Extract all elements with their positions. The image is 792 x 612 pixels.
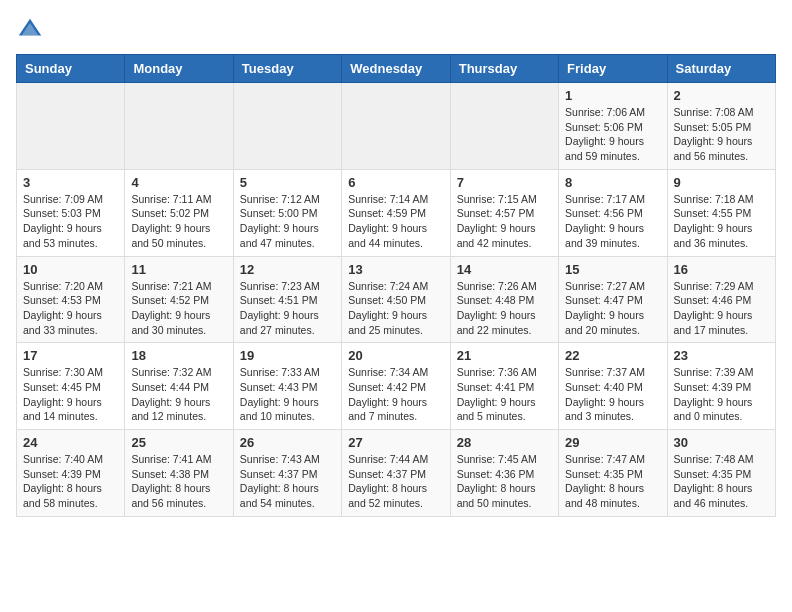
day-info: Sunrise: 7:11 AM Sunset: 5:02 PM Dayligh…: [131, 192, 226, 251]
calendar-cell: [233, 83, 341, 170]
day-info: Sunrise: 7:44 AM Sunset: 4:37 PM Dayligh…: [348, 452, 443, 511]
calendar-cell: 24Sunrise: 7:40 AM Sunset: 4:39 PM Dayli…: [17, 430, 125, 517]
weekday-header: Friday: [559, 55, 667, 83]
day-info: Sunrise: 7:34 AM Sunset: 4:42 PM Dayligh…: [348, 365, 443, 424]
day-info: Sunrise: 7:24 AM Sunset: 4:50 PM Dayligh…: [348, 279, 443, 338]
calendar-cell: 26Sunrise: 7:43 AM Sunset: 4:37 PM Dayli…: [233, 430, 341, 517]
calendar-cell: 12Sunrise: 7:23 AM Sunset: 4:51 PM Dayli…: [233, 256, 341, 343]
day-number: 3: [23, 175, 118, 190]
calendar-table: SundayMondayTuesdayWednesdayThursdayFrid…: [16, 54, 776, 517]
calendar-cell: 1Sunrise: 7:06 AM Sunset: 5:06 PM Daylig…: [559, 83, 667, 170]
day-info: Sunrise: 7:09 AM Sunset: 5:03 PM Dayligh…: [23, 192, 118, 251]
calendar-cell: 13Sunrise: 7:24 AM Sunset: 4:50 PM Dayli…: [342, 256, 450, 343]
calendar-cell: 4Sunrise: 7:11 AM Sunset: 5:02 PM Daylig…: [125, 169, 233, 256]
day-number: 19: [240, 348, 335, 363]
calendar-week-row: 10Sunrise: 7:20 AM Sunset: 4:53 PM Dayli…: [17, 256, 776, 343]
calendar-cell: 6Sunrise: 7:14 AM Sunset: 4:59 PM Daylig…: [342, 169, 450, 256]
day-info: Sunrise: 7:18 AM Sunset: 4:55 PM Dayligh…: [674, 192, 769, 251]
day-number: 14: [457, 262, 552, 277]
calendar-week-row: 3Sunrise: 7:09 AM Sunset: 5:03 PM Daylig…: [17, 169, 776, 256]
calendar-cell: 11Sunrise: 7:21 AM Sunset: 4:52 PM Dayli…: [125, 256, 233, 343]
calendar-cell: [342, 83, 450, 170]
day-number: 27: [348, 435, 443, 450]
weekday-header: Saturday: [667, 55, 775, 83]
page-header: [16, 16, 776, 44]
day-info: Sunrise: 7:43 AM Sunset: 4:37 PM Dayligh…: [240, 452, 335, 511]
day-info: Sunrise: 7:23 AM Sunset: 4:51 PM Dayligh…: [240, 279, 335, 338]
day-info: Sunrise: 7:33 AM Sunset: 4:43 PM Dayligh…: [240, 365, 335, 424]
day-info: Sunrise: 7:36 AM Sunset: 4:41 PM Dayligh…: [457, 365, 552, 424]
weekday-header: Monday: [125, 55, 233, 83]
day-number: 25: [131, 435, 226, 450]
day-number: 11: [131, 262, 226, 277]
day-number: 9: [674, 175, 769, 190]
day-number: 15: [565, 262, 660, 277]
logo: [16, 16, 48, 44]
day-number: 23: [674, 348, 769, 363]
calendar-week-row: 1Sunrise: 7:06 AM Sunset: 5:06 PM Daylig…: [17, 83, 776, 170]
day-info: Sunrise: 7:48 AM Sunset: 4:35 PM Dayligh…: [674, 452, 769, 511]
day-info: Sunrise: 7:14 AM Sunset: 4:59 PM Dayligh…: [348, 192, 443, 251]
calendar-cell: 27Sunrise: 7:44 AM Sunset: 4:37 PM Dayli…: [342, 430, 450, 517]
day-number: 5: [240, 175, 335, 190]
day-number: 26: [240, 435, 335, 450]
calendar-cell: 2Sunrise: 7:08 AM Sunset: 5:05 PM Daylig…: [667, 83, 775, 170]
calendar-cell: 23Sunrise: 7:39 AM Sunset: 4:39 PM Dayli…: [667, 343, 775, 430]
weekday-header: Sunday: [17, 55, 125, 83]
day-info: Sunrise: 7:20 AM Sunset: 4:53 PM Dayligh…: [23, 279, 118, 338]
day-info: Sunrise: 7:15 AM Sunset: 4:57 PM Dayligh…: [457, 192, 552, 251]
calendar-cell: 29Sunrise: 7:47 AM Sunset: 4:35 PM Dayli…: [559, 430, 667, 517]
day-number: 20: [348, 348, 443, 363]
calendar-cell: 28Sunrise: 7:45 AM Sunset: 4:36 PM Dayli…: [450, 430, 558, 517]
calendar-cell: 30Sunrise: 7:48 AM Sunset: 4:35 PM Dayli…: [667, 430, 775, 517]
calendar-cell: 17Sunrise: 7:30 AM Sunset: 4:45 PM Dayli…: [17, 343, 125, 430]
calendar-cell: [17, 83, 125, 170]
day-number: 8: [565, 175, 660, 190]
day-info: Sunrise: 7:29 AM Sunset: 4:46 PM Dayligh…: [674, 279, 769, 338]
calendar-cell: 15Sunrise: 7:27 AM Sunset: 4:47 PM Dayli…: [559, 256, 667, 343]
day-number: 22: [565, 348, 660, 363]
calendar-cell: 5Sunrise: 7:12 AM Sunset: 5:00 PM Daylig…: [233, 169, 341, 256]
calendar-cell: 8Sunrise: 7:17 AM Sunset: 4:56 PM Daylig…: [559, 169, 667, 256]
weekday-header: Tuesday: [233, 55, 341, 83]
day-info: Sunrise: 7:06 AM Sunset: 5:06 PM Dayligh…: [565, 105, 660, 164]
day-number: 2: [674, 88, 769, 103]
weekday-header: Wednesday: [342, 55, 450, 83]
calendar-cell: 21Sunrise: 7:36 AM Sunset: 4:41 PM Dayli…: [450, 343, 558, 430]
day-info: Sunrise: 7:39 AM Sunset: 4:39 PM Dayligh…: [674, 365, 769, 424]
calendar-cell: 3Sunrise: 7:09 AM Sunset: 5:03 PM Daylig…: [17, 169, 125, 256]
day-number: 30: [674, 435, 769, 450]
day-info: Sunrise: 7:41 AM Sunset: 4:38 PM Dayligh…: [131, 452, 226, 511]
day-info: Sunrise: 7:27 AM Sunset: 4:47 PM Dayligh…: [565, 279, 660, 338]
day-info: Sunrise: 7:08 AM Sunset: 5:05 PM Dayligh…: [674, 105, 769, 164]
day-number: 28: [457, 435, 552, 450]
day-info: Sunrise: 7:45 AM Sunset: 4:36 PM Dayligh…: [457, 452, 552, 511]
day-number: 12: [240, 262, 335, 277]
day-number: 4: [131, 175, 226, 190]
calendar-cell: 20Sunrise: 7:34 AM Sunset: 4:42 PM Dayli…: [342, 343, 450, 430]
calendar-cell: 14Sunrise: 7:26 AM Sunset: 4:48 PM Dayli…: [450, 256, 558, 343]
weekday-header: Thursday: [450, 55, 558, 83]
calendar-cell: 10Sunrise: 7:20 AM Sunset: 4:53 PM Dayli…: [17, 256, 125, 343]
calendar-cell: 18Sunrise: 7:32 AM Sunset: 4:44 PM Dayli…: [125, 343, 233, 430]
calendar-cell: 7Sunrise: 7:15 AM Sunset: 4:57 PM Daylig…: [450, 169, 558, 256]
day-info: Sunrise: 7:37 AM Sunset: 4:40 PM Dayligh…: [565, 365, 660, 424]
calendar-cell: 16Sunrise: 7:29 AM Sunset: 4:46 PM Dayli…: [667, 256, 775, 343]
calendar-week-row: 17Sunrise: 7:30 AM Sunset: 4:45 PM Dayli…: [17, 343, 776, 430]
day-number: 13: [348, 262, 443, 277]
day-info: Sunrise: 7:17 AM Sunset: 4:56 PM Dayligh…: [565, 192, 660, 251]
day-number: 29: [565, 435, 660, 450]
day-info: Sunrise: 7:30 AM Sunset: 4:45 PM Dayligh…: [23, 365, 118, 424]
day-info: Sunrise: 7:26 AM Sunset: 4:48 PM Dayligh…: [457, 279, 552, 338]
day-info: Sunrise: 7:12 AM Sunset: 5:00 PM Dayligh…: [240, 192, 335, 251]
calendar-cell: 9Sunrise: 7:18 AM Sunset: 4:55 PM Daylig…: [667, 169, 775, 256]
day-info: Sunrise: 7:40 AM Sunset: 4:39 PM Dayligh…: [23, 452, 118, 511]
logo-icon: [16, 16, 44, 44]
day-info: Sunrise: 7:21 AM Sunset: 4:52 PM Dayligh…: [131, 279, 226, 338]
day-number: 1: [565, 88, 660, 103]
calendar-cell: [125, 83, 233, 170]
day-info: Sunrise: 7:32 AM Sunset: 4:44 PM Dayligh…: [131, 365, 226, 424]
day-number: 7: [457, 175, 552, 190]
calendar-week-row: 24Sunrise: 7:40 AM Sunset: 4:39 PM Dayli…: [17, 430, 776, 517]
day-number: 6: [348, 175, 443, 190]
